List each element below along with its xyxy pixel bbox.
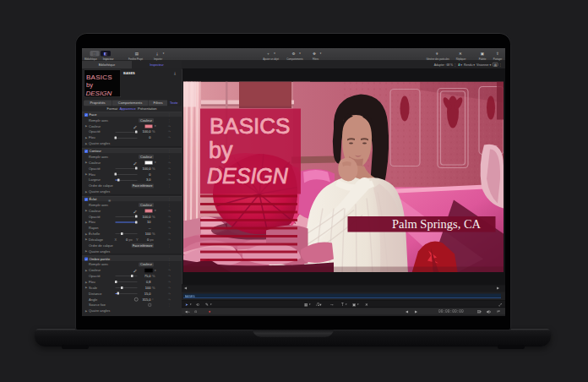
svg-text:BASICS: BASICS — [210, 113, 290, 139]
svg-text:by: by — [209, 138, 233, 163]
svg-text:DESIGN: DESIGN — [207, 164, 289, 188]
svg-text:Palm Springs, CA: Palm Springs, CA — [392, 217, 482, 231]
